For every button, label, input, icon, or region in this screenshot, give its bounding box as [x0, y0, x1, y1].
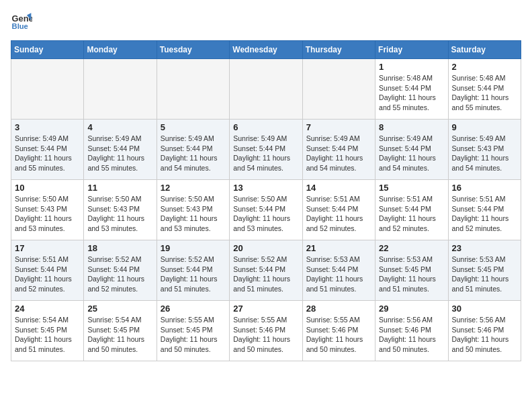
- day-number: 23: [452, 243, 517, 253]
- day-number: 18: [87, 243, 152, 253]
- day-info: Sunrise: 5:48 AMSunset: 5:44 PMDaylight:…: [452, 73, 517, 113]
- calendar-day-cell: 12Sunrise: 5:50 AMSunset: 5:43 PMDayligh…: [157, 180, 229, 240]
- day-info: Sunrise: 5:49 AMSunset: 5:44 PMDaylight:…: [379, 134, 444, 173]
- day-info: Sunrise: 5:50 AMSunset: 5:43 PMDaylight:…: [161, 194, 226, 234]
- calendar-day-cell: 6Sunrise: 5:49 AMSunset: 5:44 PMDaylight…: [230, 120, 302, 180]
- weekday-header-row: SundayMondayTuesdayWednesdayThursdayFrid…: [11, 41, 521, 59]
- day-number: 10: [15, 183, 80, 193]
- svg-text:Blue: Blue: [12, 22, 28, 30]
- calendar-day-cell: 5Sunrise: 5:49 AMSunset: 5:44 PMDaylight…: [157, 120, 229, 180]
- day-info: Sunrise: 5:52 AMSunset: 5:44 PMDaylight:…: [87, 255, 152, 294]
- calendar-empty-cell: [302, 59, 375, 120]
- day-number: 16: [452, 183, 517, 193]
- calendar-day-cell: 19Sunrise: 5:52 AMSunset: 5:44 PMDayligh…: [157, 240, 229, 301]
- calendar-day-cell: 9Sunrise: 5:49 AMSunset: 5:43 PMDaylight…: [448, 120, 521, 180]
- day-info: Sunrise: 5:51 AMSunset: 5:44 PMDaylight:…: [452, 194, 517, 234]
- day-number: 12: [161, 183, 226, 193]
- day-number: 22: [379, 243, 444, 253]
- day-number: 4: [87, 122, 152, 132]
- day-number: 25: [87, 304, 152, 314]
- day-info: Sunrise: 5:49 AMSunset: 5:44 PMDaylight:…: [233, 134, 298, 173]
- day-info: Sunrise: 5:50 AMSunset: 5:43 PMDaylight:…: [15, 194, 80, 234]
- calendar-day-cell: 26Sunrise: 5:55 AMSunset: 5:45 PMDayligh…: [157, 301, 229, 361]
- calendar-empty-cell: [84, 59, 157, 120]
- day-number: 21: [306, 243, 371, 253]
- day-number: 6: [233, 122, 298, 132]
- calendar-day-cell: 4Sunrise: 5:49 AMSunset: 5:44 PMDaylight…: [84, 120, 157, 180]
- day-info: Sunrise: 5:49 AMSunset: 5:44 PMDaylight:…: [161, 134, 226, 173]
- calendar-day-cell: 18Sunrise: 5:52 AMSunset: 5:44 PMDayligh…: [84, 240, 157, 301]
- calendar-day-cell: 11Sunrise: 5:50 AMSunset: 5:43 PMDayligh…: [84, 180, 157, 240]
- day-info: Sunrise: 5:49 AMSunset: 5:44 PMDaylight:…: [15, 134, 80, 173]
- calendar-day-cell: 13Sunrise: 5:50 AMSunset: 5:44 PMDayligh…: [230, 180, 302, 240]
- calendar-week-row: 10Sunrise: 5:50 AMSunset: 5:43 PMDayligh…: [11, 180, 521, 240]
- page-header: General Blue: [11, 11, 521, 32]
- calendar-day-cell: 7Sunrise: 5:49 AMSunset: 5:44 PMDaylight…: [302, 120, 375, 180]
- calendar-day-cell: 1Sunrise: 5:48 AMSunset: 5:44 PMDaylight…: [375, 59, 448, 120]
- weekday-header-friday: Friday: [375, 41, 448, 59]
- day-number: 30: [452, 304, 517, 314]
- calendar-day-cell: 3Sunrise: 5:49 AMSunset: 5:44 PMDaylight…: [11, 120, 84, 180]
- calendar-week-row: 24Sunrise: 5:54 AMSunset: 5:45 PMDayligh…: [11, 301, 521, 361]
- day-number: 9: [452, 122, 517, 132]
- day-info: Sunrise: 5:56 AMSunset: 5:46 PMDaylight:…: [379, 315, 444, 355]
- day-number: 11: [87, 183, 152, 193]
- calendar-empty-cell: [157, 59, 229, 120]
- day-info: Sunrise: 5:49 AMSunset: 5:44 PMDaylight:…: [306, 134, 371, 173]
- day-number: 13: [233, 183, 298, 193]
- calendar-day-cell: 25Sunrise: 5:54 AMSunset: 5:45 PMDayligh…: [84, 301, 157, 361]
- calendar-day-cell: 29Sunrise: 5:56 AMSunset: 5:46 PMDayligh…: [375, 301, 448, 361]
- day-number: 1: [379, 62, 444, 72]
- calendar-day-cell: 2Sunrise: 5:48 AMSunset: 5:44 PMDaylight…: [448, 59, 521, 120]
- day-info: Sunrise: 5:50 AMSunset: 5:44 PMDaylight:…: [233, 194, 298, 234]
- day-info: Sunrise: 5:49 AMSunset: 5:43 PMDaylight:…: [452, 134, 517, 173]
- calendar-day-cell: 21Sunrise: 5:53 AMSunset: 5:44 PMDayligh…: [302, 240, 375, 301]
- day-info: Sunrise: 5:55 AMSunset: 5:46 PMDaylight:…: [233, 315, 298, 355]
- calendar-week-row: 1Sunrise: 5:48 AMSunset: 5:44 PMDaylight…: [11, 59, 521, 120]
- day-number: 19: [161, 243, 226, 253]
- day-info: Sunrise: 5:53 AMSunset: 5:45 PMDaylight:…: [452, 255, 517, 294]
- day-info: Sunrise: 5:52 AMSunset: 5:44 PMDaylight:…: [161, 255, 226, 294]
- day-info: Sunrise: 5:55 AMSunset: 5:46 PMDaylight:…: [306, 315, 371, 355]
- calendar-day-cell: 16Sunrise: 5:51 AMSunset: 5:44 PMDayligh…: [448, 180, 521, 240]
- weekday-header-saturday: Saturday: [448, 41, 521, 59]
- day-number: 27: [233, 304, 298, 314]
- calendar-day-cell: 14Sunrise: 5:51 AMSunset: 5:44 PMDayligh…: [302, 180, 375, 240]
- day-number: 7: [306, 122, 371, 132]
- calendar-day-cell: 30Sunrise: 5:56 AMSunset: 5:46 PMDayligh…: [448, 301, 521, 361]
- calendar-day-cell: 15Sunrise: 5:51 AMSunset: 5:44 PMDayligh…: [375, 180, 448, 240]
- day-number: 14: [306, 183, 371, 193]
- day-info: Sunrise: 5:55 AMSunset: 5:45 PMDaylight:…: [161, 315, 226, 355]
- day-info: Sunrise: 5:51 AMSunset: 5:44 PMDaylight:…: [379, 194, 444, 234]
- logo: General Blue: [11, 11, 32, 32]
- day-info: Sunrise: 5:53 AMSunset: 5:44 PMDaylight:…: [306, 255, 371, 294]
- calendar-day-cell: 17Sunrise: 5:51 AMSunset: 5:44 PMDayligh…: [11, 240, 84, 301]
- calendar-day-cell: 22Sunrise: 5:53 AMSunset: 5:45 PMDayligh…: [375, 240, 448, 301]
- weekday-header-sunday: Sunday: [11, 41, 84, 59]
- calendar-day-cell: 10Sunrise: 5:50 AMSunset: 5:43 PMDayligh…: [11, 180, 84, 240]
- weekday-header-monday: Monday: [84, 41, 157, 59]
- day-number: 17: [15, 243, 80, 253]
- logo-icon: General Blue: [11, 11, 32, 32]
- day-number: 15: [379, 183, 444, 193]
- calendar-day-cell: 27Sunrise: 5:55 AMSunset: 5:46 PMDayligh…: [230, 301, 302, 361]
- day-info: Sunrise: 5:48 AMSunset: 5:44 PMDaylight:…: [379, 73, 444, 113]
- calendar-week-row: 3Sunrise: 5:49 AMSunset: 5:44 PMDaylight…: [11, 120, 521, 180]
- day-info: Sunrise: 5:51 AMSunset: 5:44 PMDaylight:…: [15, 255, 80, 294]
- day-info: Sunrise: 5:50 AMSunset: 5:43 PMDaylight:…: [87, 194, 152, 234]
- day-info: Sunrise: 5:49 AMSunset: 5:44 PMDaylight:…: [87, 134, 152, 173]
- calendar-day-cell: 28Sunrise: 5:55 AMSunset: 5:46 PMDayligh…: [302, 301, 375, 361]
- day-info: Sunrise: 5:54 AMSunset: 5:45 PMDaylight:…: [15, 315, 80, 355]
- calendar-day-cell: 8Sunrise: 5:49 AMSunset: 5:44 PMDaylight…: [375, 120, 448, 180]
- calendar-day-cell: 23Sunrise: 5:53 AMSunset: 5:45 PMDayligh…: [448, 240, 521, 301]
- weekday-header-tuesday: Tuesday: [157, 41, 229, 59]
- day-number: 8: [379, 122, 444, 132]
- day-number: 26: [161, 304, 226, 314]
- day-number: 3: [15, 122, 80, 132]
- calendar-day-cell: 24Sunrise: 5:54 AMSunset: 5:45 PMDayligh…: [11, 301, 84, 361]
- day-info: Sunrise: 5:53 AMSunset: 5:45 PMDaylight:…: [379, 255, 444, 294]
- day-number: 20: [233, 243, 298, 253]
- day-number: 29: [379, 304, 444, 314]
- day-info: Sunrise: 5:56 AMSunset: 5:46 PMDaylight:…: [452, 315, 517, 355]
- calendar-day-cell: 20Sunrise: 5:52 AMSunset: 5:44 PMDayligh…: [230, 240, 302, 301]
